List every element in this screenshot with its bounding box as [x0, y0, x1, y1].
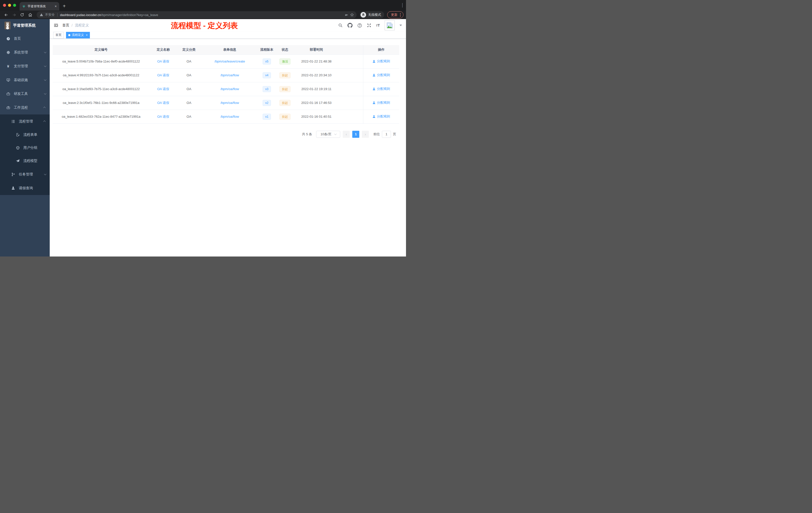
goto-page-input[interactable] — [382, 131, 391, 138]
tag-home[interactable]: 首页 — [53, 32, 64, 38]
sidebar-item-home[interactable]: 首页 — [0, 32, 50, 46]
user-icon — [11, 186, 15, 190]
definition-category: OA — [177, 110, 201, 123]
prev-page-button[interactable]: ‹ — [343, 131, 350, 138]
update-label[interactable]: 更新 — [391, 12, 398, 17]
assign-rule-button[interactable]: 分配规则 — [372, 114, 390, 119]
address-bar[interactable]: 不安全 dashboard.yudao.iocoder.cn/bpm/manag… — [37, 11, 356, 18]
help-icon[interactable] — [357, 23, 362, 28]
sidebar-item-payment[interactable]: ¥ 支付管理 — [0, 59, 50, 73]
flow-tree-icon — [11, 173, 15, 176]
definition-category: OA — [177, 68, 201, 82]
definition-name-link[interactable]: OA 请假 — [157, 73, 169, 77]
sidebar-item-process-form[interactable]: 流程表单 — [0, 128, 50, 141]
new-tab-button[interactable]: + — [63, 3, 66, 9]
definition-name-link[interactable]: OA 请假 — [157, 87, 169, 91]
security-label[interactable]: 不安全 — [45, 12, 55, 17]
broken-image-icon — [386, 22, 394, 29]
browser-tab-strip: 芋道管理系统 × + — [0, 0, 406, 10]
definition-id: oa_leave:2:3c1f0ef1-76b1-11ec-9c66-a2380… — [53, 96, 149, 110]
version-tag: v1 — [263, 114, 271, 120]
font-size-icon[interactable]: TT — [376, 23, 380, 28]
form-link[interactable]: /bpm/oa/flow — [221, 101, 239, 105]
chevron-down-icon — [44, 78, 47, 81]
sidebar-item-process-model[interactable]: 流程模型 — [0, 154, 50, 168]
app-title: 芋道管理系统 — [13, 23, 36, 28]
user-icon — [372, 101, 376, 104]
url-text[interactable]: dashboard.yudao.iocoder.cn/bpm/manager/d… — [60, 13, 158, 17]
sidebar-logo[interactable]: 芋道管理系统 — [0, 19, 50, 32]
user-avatar[interactable] — [385, 20, 395, 30]
user-icon — [372, 115, 376, 118]
bookmark-star-icon[interactable] — [350, 13, 354, 17]
assign-rule-button[interactable]: 分配规则 — [372, 100, 390, 105]
deploy-time: 2022-01-22 20:34:10 — [295, 68, 338, 82]
status-badge: 挂起 — [280, 100, 290, 106]
sidebar-item-user-group[interactable]: 用户分组 — [0, 141, 50, 154]
assign-rule-button[interactable]: 分配规则 — [372, 87, 390, 91]
definition-name-link[interactable]: OA 请假 — [157, 59, 169, 63]
tab-close-icon[interactable]: × — [55, 4, 57, 8]
sidebar-item-process-management[interactable]: 流程管理 — [0, 115, 50, 128]
definition-name-link[interactable]: OA 请假 — [157, 101, 169, 105]
window-controls — [0, 0, 20, 10]
sidebar-item-infrastructure[interactable]: 基础设施 — [0, 73, 50, 87]
pagination-total: 共 5 条 — [302, 132, 312, 137]
browser-update-button[interactable]: 更新 — [387, 11, 404, 18]
home-icon[interactable] — [27, 11, 34, 18]
assign-rule-button[interactable]: 分配规则 — [372, 73, 390, 77]
reload-icon[interactable] — [19, 11, 26, 18]
tag-process-definition[interactable]: 流程定义 × — [66, 32, 90, 38]
chevron-down-icon — [44, 64, 47, 67]
definition-name-link[interactable]: OA 请假 — [157, 115, 169, 118]
form-link[interactable]: /bpm/oa/flow — [221, 115, 239, 118]
forward-icon[interactable] — [10, 11, 18, 18]
minimize-window-button[interactable] — [8, 4, 11, 7]
robot-face-icon — [16, 146, 20, 150]
assign-rule-button[interactable]: 分配规则 — [372, 59, 390, 63]
next-page-button[interactable]: › — [362, 131, 369, 138]
chevron-down-icon — [44, 173, 47, 175]
browser-window: 芋道管理系统 × + 不安全 dashboard.yudao.iocoder.c… — [0, 0, 406, 256]
form-link[interactable]: /bpm/oa/flow — [221, 73, 239, 77]
sidebar-item-leave-query[interactable]: 请假查询 — [0, 181, 50, 195]
active-dot — [68, 34, 70, 36]
tab-search-icon[interactable] — [402, 3, 403, 7]
page-number-1[interactable]: 1 — [352, 131, 359, 138]
sidebar-item-workflow[interactable]: 工作流程 — [0, 101, 50, 115]
sidebar: 芋道管理系统 首页 系统管理 ¥ 支付管理 — [0, 19, 50, 256]
version-tag: v4 — [263, 72, 271, 78]
tag-close-icon[interactable]: × — [86, 33, 88, 37]
github-icon[interactable] — [348, 23, 352, 28]
sidebar-item-devtools[interactable]: 研发工具 — [0, 87, 50, 101]
breadcrumb-home[interactable]: 首页 — [62, 23, 69, 28]
sidebar-item-system[interactable]: 系统管理 — [0, 46, 50, 59]
browser-menu-icon[interactable] — [400, 13, 401, 17]
form-link[interactable]: /bpm/oa/leave/create — [214, 59, 245, 63]
zoom-window-button[interactable] — [13, 4, 16, 7]
security-warning-icon[interactable] — [40, 13, 43, 17]
status-badge: 挂起 — [280, 114, 290, 120]
key-icon[interactable] — [344, 13, 348, 17]
back-icon[interactable] — [2, 11, 9, 18]
table-header-row: 定义编号 定义名称 定义分类 表单信息 流程版本 状态 部署时间 操作 — [53, 45, 399, 55]
version-tag: v5 — [263, 58, 271, 64]
table-row: oa_leave:4:991f2193-7b7f-11ec-a3c8-acde4… — [53, 68, 399, 82]
browser-tab[interactable]: 芋道管理系统 × — [20, 2, 59, 10]
form-link[interactable]: /bpm/oa/flow — [221, 87, 239, 91]
sidebar-item-task-management[interactable]: 任务管理 — [0, 168, 50, 181]
breadcrumb-current: 流程定义 — [75, 23, 89, 28]
close-window-button[interactable] — [3, 4, 6, 7]
sidebar-collapse-icon[interactable] — [54, 23, 58, 28]
avatar-dropdown-icon[interactable] — [400, 25, 402, 26]
tags-view: 首页 流程定义 × — [50, 32, 406, 39]
briefcase-icon — [6, 105, 10, 110]
search-icon[interactable] — [338, 23, 343, 28]
fullscreen-icon[interactable] — [367, 23, 371, 28]
definition-id: oa_leave:5:004b710b-7b8a-11ec-8ef0-acde4… — [53, 55, 149, 68]
paper-plane-icon — [16, 159, 20, 163]
page-size-select[interactable]: 10条/页 — [316, 131, 340, 138]
definition-category: OA — [177, 82, 201, 96]
user-icon — [372, 60, 376, 63]
col-spacer — [338, 45, 363, 55]
